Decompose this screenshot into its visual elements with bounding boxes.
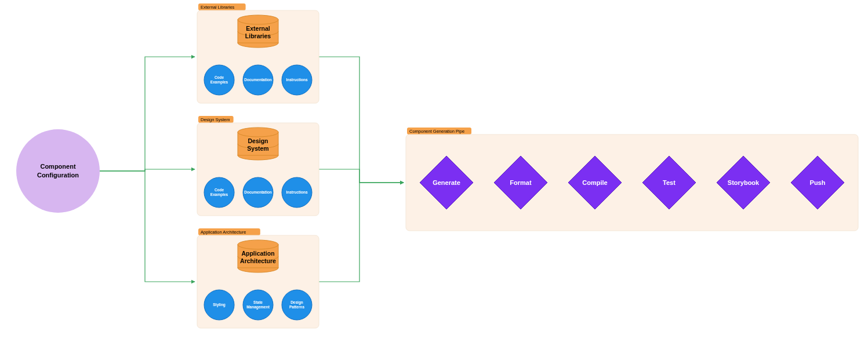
edge-group-to-pipe-1 — [319, 169, 404, 183]
db-child-2-2: DesignPatterns — [282, 290, 312, 320]
svg-text:Generate: Generate — [433, 179, 460, 186]
db-child-1-2: Instructions — [282, 177, 312, 208]
svg-point-23 — [238, 128, 278, 137]
db-child-1-0: CodeExamples — [204, 177, 234, 208]
svg-text:Application Architecture: Application Architecture — [201, 230, 246, 235]
db-child-2-1: StateManagement — [243, 290, 273, 320]
db-group-1: Design SystemDesignSystemCodeExamplesDoc… — [197, 116, 319, 216]
db-child-0-2: Instructions — [282, 65, 312, 95]
svg-point-8 — [238, 15, 278, 24]
svg-text:Documentation: Documentation — [244, 190, 271, 194]
db-group-2: Application ArchitectureApplicationArchi… — [197, 228, 319, 328]
svg-text:Libraries: Libraries — [245, 32, 271, 39]
edge-start-to-group-2 — [100, 171, 195, 282]
db-child-0-1: Documentation — [243, 65, 273, 95]
svg-text:Component Generation Pipe: Component Generation Pipe — [409, 129, 464, 134]
svg-text:Compile: Compile — [582, 179, 607, 186]
svg-text:Instructions: Instructions — [286, 78, 308, 82]
svg-text:Configuration: Configuration — [37, 172, 79, 179]
svg-text:External Libraries: External Libraries — [201, 5, 235, 10]
edge-group-to-pipe-2 — [319, 183, 404, 282]
svg-text:State: State — [253, 300, 263, 304]
svg-text:Patterns: Patterns — [289, 305, 304, 309]
edge-group-to-pipe-0 — [319, 57, 404, 183]
pipeline-group: Component Generation PipeGenerateFormatC… — [406, 128, 858, 231]
svg-text:Component: Component — [40, 163, 75, 170]
svg-text:Push: Push — [810, 179, 826, 186]
svg-text:Test: Test — [663, 179, 675, 186]
svg-text:Format: Format — [510, 179, 532, 186]
svg-rect-51 — [406, 134, 858, 231]
svg-text:Storybook: Storybook — [728, 179, 760, 186]
svg-text:Documentation: Documentation — [244, 78, 271, 82]
svg-text:Design: Design — [290, 300, 303, 305]
svg-text:Design System: Design System — [201, 117, 230, 122]
svg-point-38 — [238, 240, 278, 249]
edge-start-to-group-0 — [100, 57, 195, 171]
svg-point-0 — [16, 129, 100, 213]
svg-text:Examples: Examples — [210, 192, 228, 197]
svg-text:Styling: Styling — [213, 303, 226, 307]
svg-text:Design: Design — [248, 137, 268, 144]
svg-text:Application: Application — [241, 250, 274, 257]
svg-text:Architecture: Architecture — [240, 257, 276, 264]
svg-text:External: External — [246, 25, 270, 32]
db-child-2-0: Styling — [204, 290, 234, 320]
svg-text:Instructions: Instructions — [286, 190, 308, 194]
db-child-0-0: CodeExamples — [204, 65, 234, 95]
start-node: ComponentConfiguration — [16, 129, 100, 213]
svg-text:Management: Management — [246, 305, 270, 310]
svg-text:System: System — [247, 145, 268, 152]
svg-text:Examples: Examples — [210, 80, 228, 85]
svg-text:Code: Code — [215, 75, 224, 79]
svg-text:Code: Code — [215, 188, 224, 192]
db-group-0: External LibrariesExternalLibrariesCodeE… — [197, 3, 319, 103]
db-child-1-1: Documentation — [243, 177, 273, 208]
